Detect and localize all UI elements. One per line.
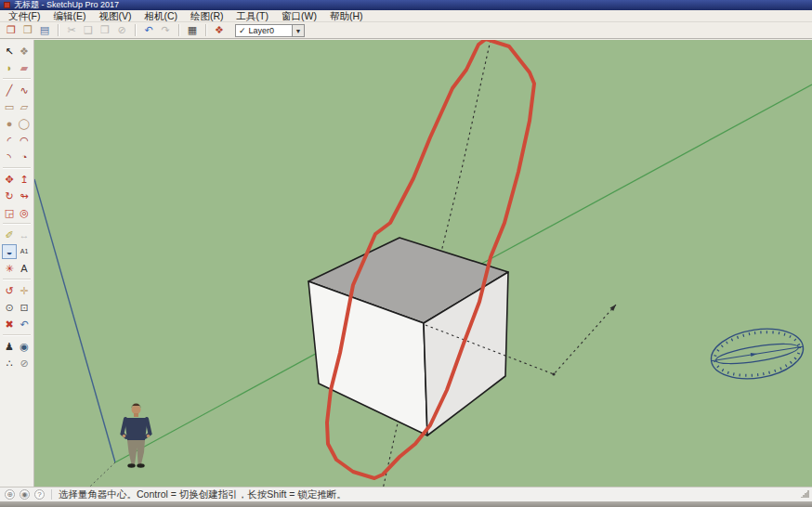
negative-axis-dotted-line (70, 462, 115, 487)
status-hint-text: 选择量角器中心。Control = 切换创建指引，长按Shift = 锁定推断。 (59, 488, 347, 501)
statusbar-separator (51, 489, 52, 500)
window-title: 无标题 - SketchUp Pro 2017 (14, 0, 119, 10)
protractor-tool-button[interactable]: ◒ (2, 244, 17, 259)
guide-vertex-dot (552, 372, 555, 375)
paint-bucket-tool-button[interactable]: ◗ (2, 60, 17, 75)
zoom-tool-button[interactable]: ⊙ (2, 300, 17, 315)
palette-separator (3, 334, 31, 335)
menu-view[interactable]: 视图(V) (92, 10, 138, 22)
menu-tools[interactable]: 工具(T) (230, 10, 275, 22)
zoom-extents-tool-button[interactable]: ✖ (2, 317, 17, 332)
previous-view-tool-button[interactable]: ↶ (17, 317, 32, 332)
scale-figure[interactable] (123, 404, 151, 468)
palette-separator (3, 223, 31, 224)
cube[interactable] (308, 238, 508, 436)
3d-text-tool-button[interactable]: A (17, 261, 32, 276)
position-camera-tool-button[interactable]: ♟ (2, 339, 17, 354)
pan-tool-button[interactable]: ✛ (17, 283, 32, 298)
geolocation-icon[interactable]: ⊕ (5, 489, 15, 500)
make-component-tool-button[interactable]: ❖ (17, 44, 32, 58)
arc-tool-button[interactable]: ◠ (17, 133, 32, 148)
palette-separator (3, 279, 31, 280)
rotate-tool-button[interactable]: ↻ (2, 188, 17, 203)
window-bottom-edge (0, 501, 812, 507)
blue-axis-line (34, 179, 115, 462)
status-bar: ⊕◉? 选择量角器中心。Control = 切换创建指引，长按Shift = 锁… (0, 487, 812, 501)
tool-palette: ↖❖◗▰╱∿▭▱●◯◜◠◝◔✥↥↻↬◲◎✐↔◒A1✳A↺✛⊙⊡✖↶♟◉∴⊘ (0, 40, 34, 501)
move-tool-button[interactable]: ✥ (2, 172, 17, 187)
toolbar-separator (58, 24, 59, 36)
palette-separator (3, 167, 31, 168)
section-plane-tool-button[interactable]: ⊘ (17, 356, 32, 370)
scale-tool-button[interactable]: ◲ (2, 205, 17, 220)
open-button[interactable]: ❒ (20, 23, 35, 38)
menu-camera[interactable]: 相机(C) (138, 10, 184, 22)
toolbar-separator (135, 24, 136, 36)
layer-dropdown[interactable]: ✓Layer0▼ (235, 24, 305, 37)
palette-separator (3, 78, 31, 79)
dimension-tool-button[interactable]: ↔ (17, 228, 32, 242)
zoom-window-tool-button[interactable]: ⊡ (17, 300, 32, 315)
text-tool-button[interactable]: A1 (17, 244, 32, 259)
orbit-tool-button[interactable]: ↺ (2, 283, 17, 298)
figure-head (132, 405, 141, 414)
model-viewport[interactable] (34, 40, 812, 487)
palette-group: ↺✛⊙⊡✖↶ (0, 282, 33, 332)
save-button[interactable]: ▤ (37, 23, 52, 38)
menu-help[interactable]: 帮助(H) (323, 10, 370, 22)
new-button[interactable]: ❐ (4, 23, 19, 38)
print-button[interactable]: ▦ (185, 23, 200, 38)
resize-grip[interactable] (801, 489, 809, 498)
copy-button[interactable]: ❑ (81, 23, 96, 38)
menu-draw[interactable]: 绘图(R) (184, 10, 230, 22)
credits-icon[interactable]: ◉ (20, 489, 30, 500)
select-tool-button[interactable]: ↖ (2, 44, 17, 58)
undo-button[interactable]: ↶ (141, 23, 156, 38)
layer-dropdown-value[interactable]: ✓Layer0 (235, 24, 293, 37)
two-point-arc-tool-button[interactable]: ◜ (2, 133, 17, 148)
model-info-button[interactable]: ❖ (212, 23, 227, 38)
tape-measure-tool-button[interactable]: ✐ (2, 228, 17, 242)
freehand-tool-button[interactable]: ∿ (17, 83, 32, 98)
push-pull-tool-button[interactable]: ↥ (17, 172, 32, 187)
walk-tool-button[interactable]: ∴ (2, 356, 17, 370)
three-point-arc-tool-button[interactable]: ◝ (2, 150, 17, 164)
paste-button[interactable]: ❒ (98, 23, 112, 38)
toolbar-separator (178, 24, 179, 36)
menu-file[interactable]: 文件(F) (2, 10, 46, 22)
pie-tool-button[interactable]: ◔ (17, 150, 32, 164)
sketchup-window: 无标题 - SketchUp Pro 2017 文件(F)编辑(E)视图(V)相… (0, 0, 812, 507)
palette-group: ♟◉∴⊘ (0, 338, 33, 371)
toolbar-separator (205, 24, 206, 36)
main-toolbar: ❐❒▤✂❑❒⊘↶↷▦❖✓Layer0▼ (0, 22, 812, 39)
polygon-tool-button[interactable]: ◯ (17, 116, 32, 131)
follow-me-tool-button[interactable]: ↬ (17, 188, 32, 203)
palette-group: ↖❖◗▰ (0, 43, 33, 76)
layer-dropdown-arrow-icon[interactable]: ▼ (293, 24, 305, 37)
layer-name-label: Layer0 (249, 26, 275, 35)
title-bar: 无标题 - SketchUp Pro 2017 (0, 0, 812, 10)
palette-group: ╱∿▭▱●◯◜◠◝◔ (0, 82, 33, 165)
viewport-canvas[interactable] (34, 40, 812, 487)
delete-button[interactable]: ⊘ (114, 23, 129, 38)
figure-left-hand (123, 435, 126, 438)
figure-right-hand (147, 435, 151, 438)
line-tool-button[interactable]: ╱ (2, 83, 17, 98)
rectangle-tool-button[interactable]: ▭ (2, 99, 17, 114)
circle-tool-button[interactable]: ● (2, 116, 17, 131)
eraser-tool-button[interactable]: ▰ (17, 60, 32, 75)
menu-edit[interactable]: 编辑(E) (46, 10, 92, 22)
figure-pants (127, 440, 145, 464)
rotated-rectangle-tool-button[interactable]: ▱ (17, 99, 32, 114)
figure-neck (134, 413, 138, 417)
look-around-tool-button[interactable]: ◉ (17, 339, 32, 354)
redo-button[interactable]: ↷ (158, 23, 173, 38)
menu-window[interactable]: 窗口(W) (275, 10, 323, 22)
axes-tool-button[interactable]: ✳ (2, 261, 17, 276)
figure-right-shoe (137, 463, 144, 467)
offset-tool-button[interactable]: ◎ (17, 205, 32, 220)
cut-button[interactable]: ✂ (64, 23, 79, 38)
help-icon[interactable]: ? (34, 489, 45, 500)
layer-check-icon: ✓ (239, 26, 246, 35)
palette-group: ✐↔◒A1✳A (0, 227, 33, 277)
